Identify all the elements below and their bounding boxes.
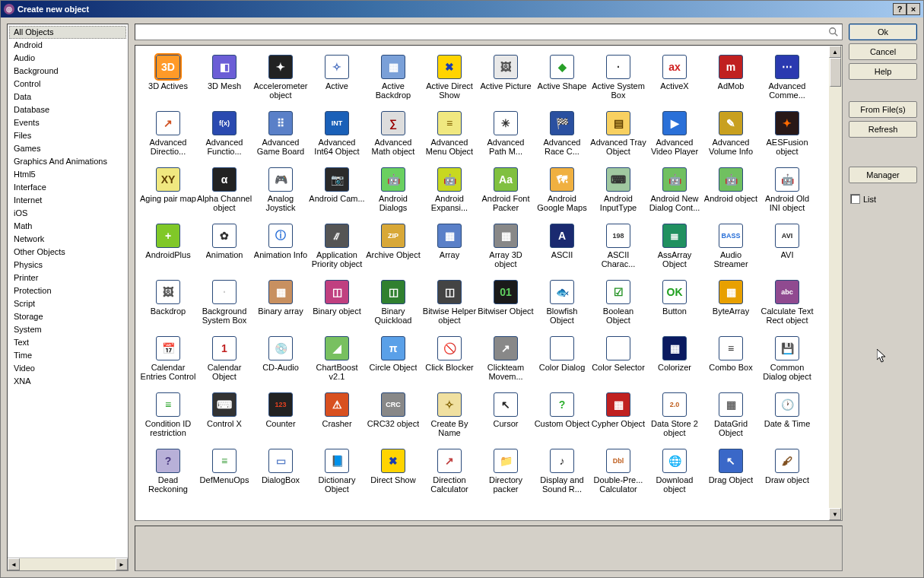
object-item[interactable]: ✧Create By Name <box>421 391 478 447</box>
object-item[interactable]: ▭DialogBox <box>252 447 309 503</box>
scrollbar-thumb[interactable] <box>830 58 841 87</box>
object-item[interactable]: ▦Cypher Object <box>590 391 646 447</box>
object-item[interactable]: ◫Bitwise Helper object <box>421 278 478 335</box>
category-item[interactable]: Graphics And Animations <box>9 155 126 168</box>
object-item[interactable]: axActiveX <box>646 53 703 110</box>
object-item[interactable]: ♪Display and Sound R... <box>534 447 590 503</box>
object-item[interactable]: ✦AESFusion object <box>759 110 815 166</box>
category-item[interactable]: Physics <box>9 259 126 272</box>
object-item[interactable]: 🤖Android object <box>703 166 759 222</box>
object-item[interactable]: 📁Directory packer <box>478 447 534 503</box>
category-item[interactable]: Storage <box>9 310 126 323</box>
object-item[interactable]: +AndroidPlus <box>140 222 196 278</box>
category-item[interactable]: Network <box>9 233 126 246</box>
object-item[interactable]: 📘Dictionary Object <box>309 447 365 503</box>
object-item[interactable]: ZIPArchive Object <box>365 222 421 278</box>
object-item[interactable]: 💿CD-Audio <box>252 335 309 391</box>
object-item[interactable]: ≡Advanced Menu Object <box>421 110 478 166</box>
object-grid[interactable]: 3D3D Actives◧3D Mesh✦Accelerometer objec… <box>135 46 829 520</box>
category-item[interactable]: Html5 <box>9 168 126 181</box>
scroll-up-icon[interactable]: ▲ <box>829 46 841 58</box>
object-item[interactable]: abcCalculate Text Rect object <box>759 278 815 335</box>
category-item[interactable]: Interface <box>9 181 126 194</box>
category-item[interactable]: All Objects <box>9 26 126 39</box>
object-item[interactable]: ⌨Control X <box>196 391 252 447</box>
grid-vscrollbar[interactable]: ▲ ▼ <box>829 46 842 520</box>
category-item[interactable]: XNA <box>9 375 126 388</box>
category-item[interactable]: Events <box>9 116 126 129</box>
scroll-down-icon[interactable]: ▼ <box>829 508 841 520</box>
object-item[interactable]: OKButton <box>646 278 703 335</box>
category-item[interactable]: Protection <box>9 284 126 297</box>
object-item[interactable]: 🌐Download object <box>646 447 703 503</box>
object-item[interactable]: ◢ChartBoost v2.1 <box>309 335 365 391</box>
category-item[interactable]: Script <box>9 297 126 310</box>
category-item[interactable]: Text <box>9 336 126 349</box>
category-item[interactable]: Other Objects <box>9 246 126 259</box>
object-item[interactable]: ·Active System Box <box>590 53 646 110</box>
object-item[interactable]: 🐟Blowfish Object <box>534 278 590 335</box>
from-files-button[interactable]: From File(s) <box>849 101 917 118</box>
object-item[interactable]: ≡DefMenuOps <box>196 447 252 503</box>
category-item[interactable]: Internet <box>9 194 126 207</box>
object-item[interactable]: ✖Active Direct Show <box>421 53 478 110</box>
object-item[interactable]: ▦Colorizer <box>646 335 703 391</box>
object-item[interactable]: αAlpha Channel object <box>196 166 252 222</box>
object-item[interactable]: 🎮Analog Joystick <box>252 166 309 222</box>
object-item[interactable]: ≣AssArray Object <box>646 222 703 278</box>
object-item[interactable]: ▦Active Backdrop <box>365 53 421 110</box>
object-item[interactable]: ▦DataGrid Object <box>703 391 759 447</box>
object-item[interactable]: 📷Android Cam... <box>309 166 365 222</box>
category-item[interactable]: Games <box>9 142 126 155</box>
object-item[interactable]: ?Custom Object <box>534 391 590 447</box>
ok-button[interactable]: Ok <box>849 24 917 40</box>
category-item[interactable]: Audio <box>9 52 126 65</box>
help-button[interactable]: Help <box>849 63 917 80</box>
object-item[interactable]: 💾Common Dialog object <box>759 335 815 391</box>
object-item[interactable]: ▦Array <box>421 222 478 278</box>
category-item[interactable]: Android <box>9 39 126 52</box>
object-item[interactable]: ↖Cursor <box>478 391 534 447</box>
object-item[interactable]: ↖Drag Object <box>703 447 759 503</box>
object-item[interactable]: πCircle Object <box>365 335 421 391</box>
object-item[interactable]: 🖌Draw object <box>759 447 815 503</box>
object-item[interactable]: 🤖Android New Dialog Cont... <box>646 166 703 222</box>
category-item[interactable]: iOS <box>9 207 126 220</box>
object-item[interactable]: ∑Advanced Math object <box>365 110 421 166</box>
object-item[interactable]: ▦Array 3D object <box>478 222 534 278</box>
help-titlebar-button[interactable]: ? <box>893 3 907 15</box>
object-item[interactable]: 🖼Backdrop <box>140 278 196 335</box>
object-item[interactable]: ✎Advanced Volume Info <box>703 110 759 166</box>
object-item[interactable]: ↗Advanced Directio... <box>140 110 196 166</box>
object-item[interactable]: ◧3D Mesh <box>196 53 252 110</box>
object-item[interactable]: ✖Direct Show <box>365 447 421 503</box>
object-item[interactable]: ▦ByteArray <box>703 278 759 335</box>
object-item[interactable]: ≡Condition ID restriction <box>140 391 196 447</box>
object-item[interactable]: ⓘAnimation Info <box>252 222 309 278</box>
object-item[interactable]: INTAdvanced Int64 Object <box>309 110 365 166</box>
object-item[interactable]: ✿Animation <box>196 222 252 278</box>
refresh-button[interactable]: Refresh <box>849 121 917 138</box>
object-item[interactable]: CRCCRC32 object <box>365 391 421 447</box>
category-item[interactable]: Printer <box>9 272 126 284</box>
object-item[interactable]: XYAging pair map <box>140 166 196 222</box>
object-item[interactable]: 🤖Android Dialogs <box>365 166 421 222</box>
object-item[interactable]: BASSAudio Streamer <box>703 222 759 278</box>
cancel-button[interactable]: Cancel <box>849 43 917 60</box>
object-item[interactable]: 123Counter <box>252 391 309 447</box>
object-item[interactable]: 🗺Android Google Maps <box>534 166 590 222</box>
object-item[interactable]: AVIAVI <box>759 222 815 278</box>
object-item[interactable]: 3D3D Actives <box>140 53 196 110</box>
object-item[interactable]: AaAndroid Font Packer <box>478 166 534 222</box>
category-item[interactable]: System <box>9 323 126 336</box>
close-titlebar-button[interactable]: × <box>907 3 920 15</box>
object-item[interactable]: ☑Boolean Object <box>590 278 646 335</box>
object-item[interactable]: ⫽Application Priority object <box>309 222 365 278</box>
object-item[interactable]: ?Dead Reckoning <box>140 447 196 503</box>
object-item[interactable]: 198ASCII Charac... <box>590 222 646 278</box>
object-item[interactable]: 🖼Active Picture <box>478 53 534 110</box>
object-item[interactable]: 🤖Android Expansi... <box>421 166 478 222</box>
object-item[interactable]: ▤Advanced Tray Object <box>590 110 646 166</box>
category-item[interactable]: Files <box>9 129 126 142</box>
object-item[interactable]: ·Background System Box <box>196 278 252 335</box>
